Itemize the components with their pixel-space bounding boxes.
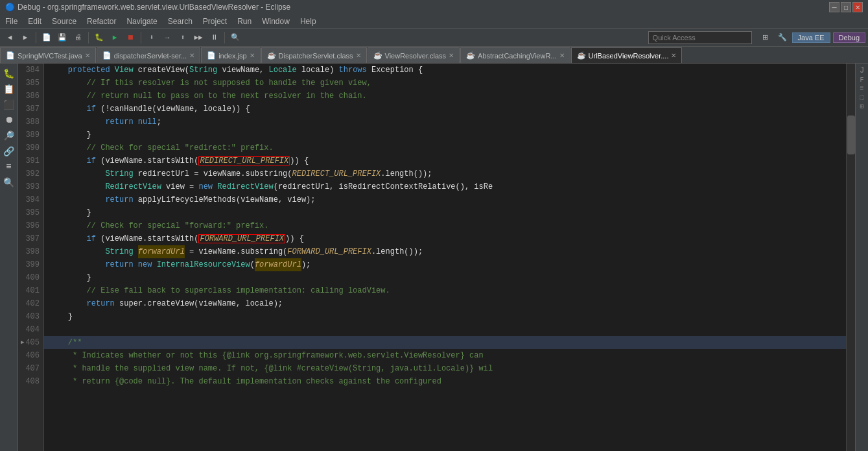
code-line-405: /**	[44, 336, 846, 349]
tab-close-index-jsp[interactable]: ✕	[250, 52, 255, 59]
sidebar-icon-variables[interactable]: 🔗	[2, 144, 16, 158]
window-title: Debug - org.springframework.web.servlet.…	[18, 3, 290, 12]
stop-button[interactable]: ⏹	[123, 30, 137, 45]
tab-close-viewresolver[interactable]: ✕	[449, 52, 454, 59]
right-panel-icon5[interactable]: ⊞	[860, 103, 863, 110]
linenum-401: 401	[18, 284, 40, 297]
tab-bar: 📄 SpringMVCTest.java ✕ 📄 dispatcherServl…	[0, 47, 868, 64]
tab-dispatcher-xml[interactable]: 📄 dispatcherServlet-ser... ✕	[97, 47, 201, 63]
menu-window[interactable]: Window	[257, 16, 295, 27]
step-into[interactable]: ⬇	[145, 30, 159, 45]
forward-button[interactable]: ▶	[18, 30, 32, 45]
code-line-396: // Check for special "forward:" prefix.	[44, 219, 846, 232]
step-over[interactable]: →	[160, 30, 174, 45]
save-button[interactable]: 💾	[55, 30, 69, 45]
quick-access-input[interactable]: Quick Access	[648, 31, 752, 44]
tab-abstract-caching[interactable]: ☕ AbstractCachingViewR... ✕	[460, 47, 570, 63]
right-panel-icon4[interactable]: ⬚	[860, 93, 863, 101]
code-line-402: return super.createView(viewName, locale…	[44, 297, 846, 310]
sidebar-icon-bug[interactable]: 🐛	[2, 66, 16, 80]
menu-edit[interactable]: Edit	[23, 16, 47, 27]
code-line-393: RedirectView view = new RedirectView(red…	[44, 180, 846, 193]
tab-icon-viewresolver: ☕	[373, 51, 382, 60]
toolbar-icon1[interactable]: ⊞	[758, 30, 773, 45]
code-line-386: // return null to pass on to the next re…	[44, 90, 846, 103]
tab-viewresolver[interactable]: ☕ ViewResolver.class ✕	[368, 47, 460, 63]
tab-label-abstract-caching: AbstractCachingViewR...	[478, 52, 556, 60]
tab-close-abstract-caching[interactable]: ✕	[559, 52, 565, 59]
minimize-button[interactable]: ─	[829, 2, 839, 12]
linenum-397: 397	[18, 232, 40, 245]
run-button[interactable]: ▶	[108, 30, 122, 45]
vertical-scrollbar[interactable]	[846, 64, 855, 451]
code-line-408: * return {@code null}. The default imple…	[44, 375, 846, 388]
linenum-386: 386	[18, 90, 40, 103]
tab-close-dispatcher-xml[interactable]: ✕	[189, 52, 194, 59]
toolbar-icon2[interactable]: 🔧	[775, 30, 790, 45]
tab-springmvc[interactable]: 📄 SpringMVCTest.java ✕	[0, 47, 96, 63]
sidebar-icon-console[interactable]: ⬛	[2, 97, 16, 112]
code-line-399: return new InternalResourceView(forwardU…	[44, 258, 846, 271]
tab-icon-index-jsp: 📄	[207, 51, 216, 60]
code-area[interactable]: protected View createView(String viewNam…	[44, 64, 846, 451]
menu-project[interactable]: Project	[198, 16, 232, 27]
code-line-397: if (viewName.startsWith(FORWARD_URL_PREF…	[44, 232, 846, 245]
title-bar: 🔵 Debug - org.springframework.web.servle…	[0, 0, 868, 14]
sep1	[36, 32, 36, 43]
linenum-403: 403	[18, 310, 40, 323]
tab-dispatcher-class[interactable]: ☕ DispatcherServlet.class ✕	[261, 47, 367, 63]
window-controls[interactable]: ─ □ ✕	[829, 2, 863, 12]
tab-icon-urlbased: ☕	[577, 51, 586, 60]
linenum-389: 389	[18, 128, 40, 141]
code-line-387: if (!canHandle(viewName, locale)) {	[44, 103, 846, 116]
java-ee-perspective[interactable]: Java EE	[792, 32, 830, 43]
quick-access-label: Quick Access	[653, 34, 696, 42]
sep3	[141, 32, 141, 43]
debug-button[interactable]: 🐛	[92, 30, 106, 45]
tab-close-urlbased[interactable]: ✕	[671, 52, 676, 59]
tab-close-dispatcher-class[interactable]: ✕	[356, 52, 361, 59]
menu-refactor[interactable]: Refactor	[82, 16, 121, 27]
menu-source[interactable]: Source	[47, 16, 82, 27]
suspend-button[interactable]: ⏸	[207, 30, 221, 45]
code-line-392: String redirectUrl = viewName.substring(…	[44, 167, 846, 180]
toolbar: ◀ ▶ 📄 💾 🖨 🐛 ▶ ⏹ ⬇ → ⬆ ▶▶ ⏸ 🔍 Quick Acces…	[0, 29, 868, 47]
menu-search[interactable]: Search	[163, 16, 198, 27]
menu-help[interactable]: Help	[295, 16, 322, 27]
resume-button[interactable]: ▶▶	[191, 30, 205, 45]
forward-prefix-ref1: FORWARD_URL_PREFIX	[198, 234, 285, 243]
sidebar-icon-breakpoints[interactable]: ⏺	[2, 113, 16, 127]
sidebar-icon-expressions[interactable]: 🔎	[2, 128, 16, 143]
sidebar-icon-search[interactable]: 🔍	[2, 175, 16, 189]
redirect-prefix-ref1: REDIRECT_URL_PREFIX	[198, 156, 290, 165]
search-button[interactable]: 🔍	[228, 30, 242, 45]
tab-label-dispatcher-class: DispatcherServlet.class	[279, 52, 353, 60]
tab-index-jsp[interactable]: 📄 index.jsp ✕	[201, 47, 260, 63]
tab-urlbased[interactable]: ☕ UrlBasedViewResolver.... ✕	[571, 47, 683, 63]
linenum-402: 402	[18, 297, 40, 310]
right-panel-icon1[interactable]: J	[860, 66, 864, 75]
close-button[interactable]: ✕	[852, 2, 863, 12]
tab-icon-dispatcher-xml: 📄	[102, 51, 111, 60]
step-return[interactable]: ⬆	[176, 30, 190, 45]
debug-perspective[interactable]: Debug	[833, 32, 865, 43]
sidebar-icon-task[interactable]: 📋	[2, 82, 16, 96]
code-line-389: }	[44, 128, 846, 141]
right-panel-icon2[interactable]: F	[860, 77, 863, 84]
print-button[interactable]: 🖨	[71, 30, 85, 45]
new-button[interactable]: 📄	[40, 30, 54, 45]
menu-navigate[interactable]: Navigate	[121, 16, 162, 27]
sidebar-icon-outline[interactable]: ≡	[2, 160, 16, 174]
menu-run[interactable]: Run	[232, 16, 257, 27]
code-line-406: * Indicates whether or not this {@link o…	[44, 349, 846, 362]
maximize-button[interactable]: □	[841, 2, 851, 12]
scrollbar-thumb[interactable]	[847, 116, 855, 154]
tab-close-springmvc[interactable]: ✕	[85, 52, 90, 59]
sep4	[224, 32, 225, 43]
linenum-391: 391	[18, 154, 40, 167]
menu-file[interactable]: File	[0, 16, 23, 27]
right-panel-icon3[interactable]: ≡	[860, 85, 863, 92]
tab-icon-dispatcher-class: ☕	[267, 51, 276, 60]
linenum-388: 388	[18, 116, 40, 128]
back-button[interactable]: ◀	[3, 30, 17, 45]
